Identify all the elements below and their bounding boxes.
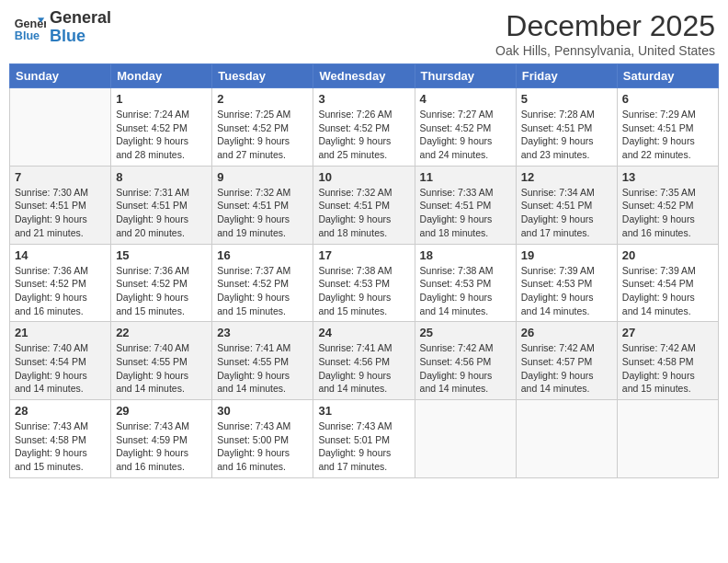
day-number: 28 [15, 404, 106, 418]
day-info: Sunrise: 7:39 AMSunset: 4:54 PMDaylight:… [622, 264, 713, 318]
day-info: Sunrise: 7:28 AMSunset: 4:51 PMDaylight:… [521, 108, 612, 162]
day-info: Sunrise: 7:25 AMSunset: 4:52 PMDaylight:… [217, 108, 308, 162]
calendar-week-row: 7Sunrise: 7:30 AMSunset: 4:51 PMDaylight… [10, 166, 719, 244]
day-number: 1 [116, 92, 207, 106]
calendar-cell: 17Sunrise: 7:38 AMSunset: 4:53 PMDayligh… [313, 244, 415, 322]
day-number: 24 [318, 326, 409, 339]
col-header-saturday: Saturday [617, 64, 718, 88]
day-info: Sunrise: 7:30 AMSunset: 4:51 PMDaylight:… [15, 186, 106, 240]
calendar-cell: 2Sunrise: 7:25 AMSunset: 4:52 PMDaylight… [212, 88, 313, 167]
day-info: Sunrise: 7:40 AMSunset: 4:55 PMDaylight:… [116, 341, 207, 396]
day-number: 14 [15, 248, 106, 262]
day-info: Sunrise: 7:36 AMSunset: 4:52 PMDaylight:… [15, 264, 106, 318]
day-info: Sunrise: 7:42 AMSunset: 4:58 PMDaylight:… [622, 341, 713, 396]
day-info: Sunrise: 7:42 AMSunset: 4:57 PMDaylight:… [521, 341, 612, 396]
calendar-cell: 9Sunrise: 7:32 AMSunset: 4:51 PMDaylight… [212, 166, 313, 244]
calendar-cell: 25Sunrise: 7:42 AMSunset: 4:56 PMDayligh… [415, 322, 516, 400]
col-header-monday: Monday [111, 64, 212, 88]
day-number: 6 [622, 92, 713, 106]
day-number: 13 [622, 170, 713, 184]
month-title: December 2025 [495, 9, 715, 43]
day-number: 26 [521, 326, 612, 339]
calendar-cell [617, 400, 718, 478]
calendar-cell: 18Sunrise: 7:38 AMSunset: 4:53 PMDayligh… [415, 244, 516, 322]
calendar-cell: 26Sunrise: 7:42 AMSunset: 4:57 PMDayligh… [516, 322, 617, 400]
calendar-cell: 5Sunrise: 7:28 AMSunset: 4:51 PMDaylight… [516, 88, 617, 167]
calendar-cell: 14Sunrise: 7:36 AMSunset: 4:52 PMDayligh… [10, 244, 111, 322]
calendar-cell: 13Sunrise: 7:35 AMSunset: 4:52 PMDayligh… [617, 166, 718, 244]
day-number: 16 [217, 248, 308, 262]
calendar-cell: 1Sunrise: 7:24 AMSunset: 4:52 PMDaylight… [111, 88, 212, 167]
day-info: Sunrise: 7:43 AMSunset: 5:00 PMDaylight:… [217, 419, 308, 474]
day-number: 10 [318, 170, 409, 184]
day-number: 27 [622, 326, 713, 339]
calendar-cell: 23Sunrise: 7:41 AMSunset: 4:55 PMDayligh… [212, 322, 313, 400]
logo-blue: Blue [50, 28, 111, 46]
page-header: General Blue GeneralBlue December 2025 O… [9, 9, 719, 58]
calendar-cell: 31Sunrise: 7:43 AMSunset: 5:01 PMDayligh… [313, 400, 415, 478]
day-number: 31 [318, 404, 409, 418]
col-header-thursday: Thursday [415, 64, 516, 88]
calendar-cell: 12Sunrise: 7:34 AMSunset: 4:51 PMDayligh… [516, 166, 617, 244]
day-info: Sunrise: 7:33 AMSunset: 4:51 PMDaylight:… [420, 186, 511, 240]
col-header-wednesday: Wednesday [313, 64, 415, 88]
title-block: December 2025 Oak Hills, Pennsylvania, U… [495, 9, 715, 58]
location: Oak Hills, Pennsylvania, United States [495, 43, 715, 58]
day-info: Sunrise: 7:24 AMSunset: 4:52 PMDaylight:… [116, 108, 207, 162]
calendar-cell: 16Sunrise: 7:37 AMSunset: 4:52 PMDayligh… [212, 244, 313, 322]
day-info: Sunrise: 7:29 AMSunset: 4:51 PMDaylight:… [622, 108, 713, 162]
calendar-week-row: 28Sunrise: 7:43 AMSunset: 4:58 PMDayligh… [10, 400, 719, 478]
logo-text: GeneralBlue [50, 9, 111, 46]
day-number: 30 [217, 404, 308, 418]
calendar-table: SundayMondayTuesdayWednesdayThursdayFrid… [9, 63, 719, 478]
col-header-friday: Friday [516, 64, 617, 88]
day-info: Sunrise: 7:41 AMSunset: 4:55 PMDaylight:… [217, 341, 308, 396]
calendar-cell: 7Sunrise: 7:30 AMSunset: 4:51 PMDaylight… [10, 166, 111, 244]
calendar-week-row: 1Sunrise: 7:24 AMSunset: 4:52 PMDaylight… [10, 88, 719, 167]
logo-general: General [50, 9, 111, 28]
day-number: 8 [116, 170, 207, 184]
calendar-cell: 29Sunrise: 7:43 AMSunset: 4:59 PMDayligh… [111, 400, 212, 478]
day-number: 11 [420, 170, 511, 184]
calendar-cell [516, 400, 617, 478]
calendar-cell [415, 400, 516, 478]
day-info: Sunrise: 7:40 AMSunset: 4:54 PMDaylight:… [15, 341, 106, 396]
day-info: Sunrise: 7:35 AMSunset: 4:52 PMDaylight:… [622, 186, 713, 240]
calendar-cell: 30Sunrise: 7:43 AMSunset: 5:00 PMDayligh… [212, 400, 313, 478]
calendar-cell [10, 88, 111, 167]
day-info: Sunrise: 7:31 AMSunset: 4:51 PMDaylight:… [116, 186, 207, 240]
logo-icon: General Blue [13, 11, 46, 44]
logo: General Blue GeneralBlue [13, 9, 111, 46]
day-number: 2 [217, 92, 308, 106]
day-info: Sunrise: 7:42 AMSunset: 4:56 PMDaylight:… [420, 341, 511, 396]
day-info: Sunrise: 7:41 AMSunset: 4:56 PMDaylight:… [318, 341, 409, 396]
calendar-cell: 22Sunrise: 7:40 AMSunset: 4:55 PMDayligh… [111, 322, 212, 400]
day-info: Sunrise: 7:32 AMSunset: 4:51 PMDaylight:… [217, 186, 308, 240]
day-number: 22 [116, 326, 207, 339]
day-info: Sunrise: 7:26 AMSunset: 4:52 PMDaylight:… [318, 108, 409, 162]
day-number: 17 [318, 248, 409, 262]
day-info: Sunrise: 7:37 AMSunset: 4:52 PMDaylight:… [217, 264, 308, 318]
day-number: 21 [15, 326, 106, 339]
calendar-week-row: 14Sunrise: 7:36 AMSunset: 4:52 PMDayligh… [10, 244, 719, 322]
day-number: 23 [217, 326, 308, 339]
day-number: 15 [116, 248, 207, 262]
calendar-cell: 24Sunrise: 7:41 AMSunset: 4:56 PMDayligh… [313, 322, 415, 400]
day-number: 5 [521, 92, 612, 106]
calendar-cell: 19Sunrise: 7:39 AMSunset: 4:53 PMDayligh… [516, 244, 617, 322]
day-info: Sunrise: 7:32 AMSunset: 4:51 PMDaylight:… [318, 186, 409, 240]
day-info: Sunrise: 7:36 AMSunset: 4:52 PMDaylight:… [116, 264, 207, 318]
calendar-cell: 15Sunrise: 7:36 AMSunset: 4:52 PMDayligh… [111, 244, 212, 322]
calendar-cell: 6Sunrise: 7:29 AMSunset: 4:51 PMDaylight… [617, 88, 718, 167]
calendar-cell: 20Sunrise: 7:39 AMSunset: 4:54 PMDayligh… [617, 244, 718, 322]
svg-text:Blue: Blue [15, 29, 40, 41]
day-info: Sunrise: 7:39 AMSunset: 4:53 PMDaylight:… [521, 264, 612, 318]
day-info: Sunrise: 7:43 AMSunset: 4:59 PMDaylight:… [116, 419, 207, 474]
day-info: Sunrise: 7:34 AMSunset: 4:51 PMDaylight:… [521, 186, 612, 240]
calendar-cell: 3Sunrise: 7:26 AMSunset: 4:52 PMDaylight… [313, 88, 415, 167]
day-number: 9 [217, 170, 308, 184]
calendar-cell: 27Sunrise: 7:42 AMSunset: 4:58 PMDayligh… [617, 322, 718, 400]
day-info: Sunrise: 7:38 AMSunset: 4:53 PMDaylight:… [420, 264, 511, 318]
day-number: 20 [622, 248, 713, 262]
calendar-header-row: SundayMondayTuesdayWednesdayThursdayFrid… [10, 64, 719, 88]
